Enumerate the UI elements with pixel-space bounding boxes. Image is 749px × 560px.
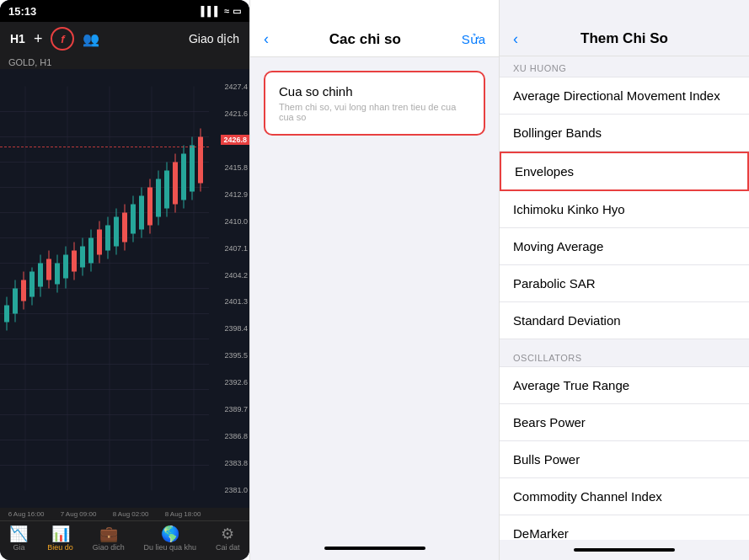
price-label: 2415.8 — [211, 163, 248, 172]
list-item-demarker[interactable]: DeMarker — [500, 515, 749, 540]
nav-item-gia[interactable]: 📉 Gia — [9, 526, 28, 552]
caidat-icon: ⚙ — [221, 526, 234, 541]
symbol-row: GOLD, H1 — [0, 56, 249, 69]
oscillators-group: Average True Range Bears Power Bulls Pow… — [500, 366, 749, 540]
item-label-atr: Average True Range — [513, 378, 629, 392]
svg-rect-33 — [55, 264, 60, 285]
price-label: 2386.8 — [211, 432, 248, 440]
svg-rect-59 — [164, 171, 169, 209]
item-label-envelopes: Envelopes — [515, 164, 574, 179]
list-item-ichimoku[interactable]: Ichimoku Kinko Hyo — [500, 191, 749, 228]
battery-icon: ▭ — [233, 6, 241, 17]
panel3-footer — [500, 540, 749, 560]
time-label-4: 8 Aug 18:00 — [165, 510, 201, 518]
price-label: 2389.7 — [211, 405, 248, 413]
list-item-bears-power[interactable]: Bears Power — [500, 404, 749, 441]
time-label-1: 6 Aug 16:00 — [8, 510, 45, 518]
svg-rect-67 — [198, 137, 203, 184]
item-label-bears-power: Bears Power — [513, 415, 586, 429]
panel3-back-button[interactable]: ‹ — [513, 30, 518, 48]
nav-label-giaodich: Giao dich — [93, 543, 125, 552]
chart-header: H1 + f 👥 Giao dịch — [0, 22, 249, 56]
nav-label-gia: Gia — [13, 543, 24, 552]
svg-rect-45 — [105, 226, 110, 251]
wifi-icon: ≈ — [224, 6, 229, 16]
nav-item-dulieu[interactable]: 🌎 Du lieu qua khu — [144, 526, 197, 552]
nav-item-caidat[interactable]: ⚙ Cai dat — [216, 526, 240, 552]
price-label: 2395.5 — [211, 351, 248, 360]
svg-rect-51 — [131, 205, 136, 234]
price-label: 2383.8 — [211, 459, 248, 467]
bottom-nav: 📉 Gia 📊 Bieu do 💼 Giao dich 🌎 Du lieu qu… — [0, 520, 249, 560]
item-label-parabolic-sar: Parabolic SAR — [513, 276, 596, 291]
time-label-3: 8 Aug 02:00 — [113, 510, 149, 518]
list-item-envelopes[interactable]: Envelopes — [500, 152, 749, 191]
chart-header-left: H1 + f 👥 — [10, 27, 99, 51]
trade-button[interactable]: Giao dịch — [189, 32, 239, 45]
people-icon[interactable]: 👥 — [83, 31, 99, 47]
home-indicator — [324, 547, 425, 550]
svg-rect-35 — [63, 255, 68, 279]
panel3-status-bar — [500, 0, 749, 22]
add-indicator-icon[interactable]: + — [34, 30, 43, 48]
candlestick-chart — [0, 69, 209, 508]
chart-panel: 15:13 ▌▌▌ ≈ ▭ H1 + f 👥 Giao dịch GOLD, H… — [0, 0, 249, 560]
list-item-bollinger[interactable]: Bollinger Bands — [500, 115, 749, 152]
current-price-value: 2426.8 — [223, 136, 247, 144]
item-label-ichimoku: Ichimoku Kinko Hyo — [513, 202, 625, 216]
nav-item-bieudo[interactable]: 📊 Bieu do — [47, 526, 73, 552]
item-label-std-dev: Standard Deviation — [513, 313, 621, 328]
item-label-cci: Commodity Channel Index — [513, 489, 662, 504]
svg-rect-39 — [80, 247, 85, 268]
nav-label-bieudo: Bieu do — [47, 543, 73, 552]
list-item-parabolic-sar[interactable]: Parabolic SAR — [500, 265, 749, 302]
price-label: 2427.4 — [211, 83, 248, 91]
list-item-moving-average[interactable]: Moving Average — [500, 228, 749, 265]
svg-rect-63 — [181, 154, 186, 200]
indicator-list: XU HUONG Average Directional Movement In… — [500, 56, 749, 540]
list-item-atr[interactable]: Average True Range — [500, 366, 749, 404]
nav-item-giaodich[interactable]: 💼 Giao dich — [93, 526, 125, 552]
time-label-2: 7 Aug 09:00 — [61, 510, 97, 518]
panel2-footer — [250, 536, 499, 560]
item-label-moving-average: Moving Average — [513, 239, 603, 253]
signal-icon: ▌▌▌ — [201, 6, 221, 16]
edit-button[interactable]: Sửa — [462, 32, 485, 47]
svg-rect-65 — [190, 146, 195, 192]
svg-rect-37 — [72, 251, 77, 272]
item-label-bulls-power: Bulls Power — [513, 452, 580, 467]
svg-rect-31 — [46, 259, 51, 280]
price-label: 2404.2 — [211, 271, 248, 280]
panel2-title: Cac chi so — [269, 31, 462, 48]
section-header-xu-huong: XU HUONG — [500, 56, 749, 77]
nav-label-caidat: Cai dat — [216, 543, 240, 552]
bieudo-icon: 📊 — [51, 526, 70, 541]
dulieu-icon: 🌎 — [161, 526, 179, 541]
panel3-header: ‹ Them Chi So — [500, 22, 749, 56]
list-item-std-dev[interactable]: Standard Deviation — [500, 302, 749, 339]
chart-area[interactable]: 2427.4 2421.6 2418.7 2415.8 2412.9 2410.… — [0, 69, 249, 508]
price-label: 2398.4 — [211, 324, 248, 333]
timeframe-label[interactable]: H1 — [10, 32, 25, 45]
symbol-label: GOLD, H1 — [8, 57, 51, 67]
svg-rect-57 — [156, 179, 161, 217]
svg-rect-47 — [114, 217, 119, 247]
status-bar: 15:13 ▌▌▌ ≈ ▭ — [0, 0, 249, 22]
section-header-oscillators: OSCILLATORS — [500, 346, 749, 366]
indicator-hint: Them chi so, vui long nhan tren tieu de … — [279, 102, 470, 122]
home-indicator-3 — [574, 548, 675, 552]
svg-rect-25 — [21, 280, 26, 301]
status-icons: ▌▌▌ ≈ ▭ — [201, 6, 241, 17]
main-window-card[interactable]: Cua so chinh Them chi so, vui long nhan … — [264, 71, 485, 136]
list-item-cci[interactable]: Commodity Channel Index — [500, 478, 749, 515]
svg-rect-21 — [4, 306, 9, 323]
list-item-admi[interactable]: Average Directional Movement Index — [500, 77, 749, 115]
xu-huong-group: Average Directional Movement Index Bolli… — [500, 77, 749, 339]
list-item-bulls-power[interactable]: Bulls Power — [500, 441, 749, 478]
gia-icon: 📉 — [9, 526, 28, 541]
svg-rect-43 — [97, 230, 102, 255]
main-window-title: Cua so chinh — [279, 84, 470, 99]
f-icon-circle[interactable]: f — [51, 27, 74, 51]
giaodich-icon: 💼 — [99, 526, 118, 541]
panel2-content: Cua so chinh Them chi so, vui long nhan … — [250, 57, 499, 536]
